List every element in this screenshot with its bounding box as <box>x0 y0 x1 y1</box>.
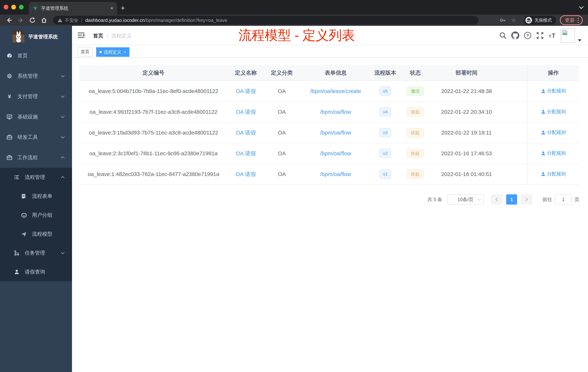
cell-definition-id: oa_leave:3:1fad3d93-7b75-11ec-a3c8-acde4… <box>79 122 228 143</box>
table-row: oa_leave:5:004b710b-7b8a-11ec-8ef0-acde4… <box>79 81 579 101</box>
flow-icon <box>14 250 20 256</box>
browser-menu-icon[interactable] <box>578 18 579 23</box>
definition-name-link[interactable]: OA 请假 <box>236 130 256 136</box>
url-host[interactable]: dashboard.yudao.iocoder.cn <box>85 17 145 23</box>
definition-table: 定义编号 定义名称 定义分类 表单信息 流程版本 状态 部署时间 操作 <box>79 65 579 185</box>
cell-deploy-time: 2022-01-22 20:34:10 <box>432 101 502 122</box>
github-icon[interactable] <box>511 32 519 40</box>
sidebar-item-process-management[interactable]: 流程管理 <box>0 168 72 187</box>
dashboard-icon <box>7 53 12 59</box>
sidebar-item-process-form[interactable]: 流程表单 <box>0 187 72 206</box>
minimize-window-button[interactable] <box>11 5 16 10</box>
chevron-down-icon <box>477 198 481 201</box>
sidebar-item-leave-query[interactable]: 请假查询 <box>0 263 72 281</box>
sidebar-item-process-model[interactable]: 流程模型 <box>0 225 72 243</box>
maximize-window-button[interactable] <box>19 5 24 10</box>
back-icon[interactable] <box>6 17 12 23</box>
tag-current[interactable]: 流程定义× <box>96 47 129 57</box>
definition-name-link[interactable]: OA 请假 <box>236 88 256 94</box>
form-info-link[interactable]: /bpm/oa/leave/create <box>310 88 361 94</box>
help-icon[interactable]: ? <box>524 32 532 40</box>
breadcrumb-home[interactable]: 首页 <box>93 33 103 39</box>
cell-category: OA <box>264 122 300 143</box>
chevron-down-icon <box>61 94 64 98</box>
col-definition-category: 定义分类 <box>264 65 300 81</box>
assign-rule-link[interactable]: 分配规则 <box>541 109 566 115</box>
tag-home[interactable]: 首页 <box>77 47 93 56</box>
breadcrumb-current: 流程定义 <box>111 33 132 39</box>
status-badge: 激活 <box>407 87 424 96</box>
browser-tab[interactable]: 芋道管理系统 × <box>29 2 117 15</box>
sidebar-item-devtools[interactable]: 研发工具 <box>0 127 72 147</box>
security-label[interactable]: 不安全 <box>65 17 78 23</box>
user-icon <box>541 151 546 156</box>
user-avatar[interactable] <box>561 28 575 43</box>
form-info-link[interactable]: /bpm/oa/flow <box>320 171 351 177</box>
sidebar-submenu-workflow: 流程管理 流程表单 用户分组 流程模型 <box>0 168 72 281</box>
col-deploy-time: 部署时间 <box>432 65 502 81</box>
col-process-version: 流程版本 <box>372 65 399 81</box>
font-size-icon[interactable]: TT <box>548 32 556 40</box>
yen-icon: ¥ <box>7 94 12 99</box>
bookmark-star-icon[interactable]: ☆ <box>511 17 516 23</box>
page-size-select[interactable]: 10条/页 <box>447 194 484 205</box>
sidebar-item-infrastructure[interactable]: 基础设施 <box>0 107 72 127</box>
home-icon[interactable] <box>41 17 47 23</box>
form-info-link[interactable]: /bpm/oa/flow <box>320 150 351 156</box>
reload-icon[interactable] <box>29 17 36 23</box>
assign-rule-link[interactable]: 分配规则 <box>541 88 566 94</box>
navbar-actions: ? TT <box>499 26 588 45</box>
version-badge: v3 <box>379 128 391 137</box>
tab-close-icon[interactable]: × <box>110 5 114 11</box>
password-key-icon[interactable] <box>499 17 506 23</box>
cell-category: OA <box>264 81 300 101</box>
sidebar-item-system[interactable]: 系统管理 <box>0 66 72 86</box>
assign-rule-link[interactable]: 分配规则 <box>541 129 566 136</box>
site-favicon <box>32 5 38 11</box>
pagination: 共 5 条 10条/页 1 前往 1 页 <box>428 194 579 205</box>
sidebar-item-workflow[interactable]: 工作流程 <box>0 147 72 168</box>
next-page-button[interactable] <box>521 194 532 205</box>
gear-icon <box>7 73 12 79</box>
sidebar-logo[interactable]: 芋道管理系统 <box>0 26 72 45</box>
toolbox-icon <box>7 155 12 161</box>
form-info-link[interactable]: /bpm/oa/flow <box>320 130 351 136</box>
goto-page-input[interactable]: 1 <box>555 194 572 205</box>
tabstrip-chevron-icon[interactable] <box>579 4 583 9</box>
list-icon <box>14 174 20 180</box>
assign-rule-link[interactable]: 分配规则 <box>541 150 566 156</box>
url-path[interactable]: /bpm/manager/definition?key=oa_leave <box>145 17 227 23</box>
cell-definition-id: oa_leave:2:3c1f0ef1-76b1-11ec-9c66-a2380… <box>79 143 228 164</box>
forward-icon[interactable] <box>17 17 24 23</box>
new-tab-button[interactable]: + <box>121 3 125 13</box>
form-info-link[interactable]: /bpm/oa/flow <box>320 109 351 115</box>
chevron-down-icon <box>61 251 64 254</box>
assign-rule-link[interactable]: 分配规则 <box>541 171 566 177</box>
sidebar-item-home[interactable]: 首页 <box>0 45 72 66</box>
window-controls[interactable] <box>4 5 24 10</box>
app-title: 芋道管理系统 <box>28 33 58 40</box>
prev-page-button[interactable] <box>491 194 503 205</box>
col-definition-id: 定义编号 <box>79 65 228 81</box>
definition-name-link[interactable]: OA 请假 <box>236 150 256 156</box>
sidebar-item-payment[interactable]: ¥ 支付管理 <box>0 86 72 107</box>
svg-text:?: ? <box>526 33 529 38</box>
chevron-down-icon <box>61 114 64 118</box>
fullscreen-icon[interactable] <box>536 32 544 40</box>
monitor-icon <box>7 114 12 120</box>
not-secure-warning-icon[interactable] <box>57 18 63 23</box>
sidebar-item-user-group[interactable]: 用户分组 <box>0 206 72 225</box>
address-bar[interactable]: 不安全 dashboard.yudao.iocoder.cn/bpm/manag… <box>53 16 479 25</box>
browser-update-button[interactable]: 更新 <box>560 15 583 25</box>
tag-close-icon[interactable]: × <box>124 50 126 55</box>
close-window-button[interactable] <box>4 5 8 10</box>
sidebar-item-task-management[interactable]: 任务管理 <box>0 243 72 263</box>
screen: 芋道管理系统 × + 不安全 dashboard.yudao.iocoder.c… <box>0 0 588 372</box>
current-page-button[interactable]: 1 <box>506 194 517 205</box>
search-icon[interactable] <box>499 32 507 40</box>
tags-view-bar: 首页 流程定义× <box>72 45 588 58</box>
definition-name-link[interactable]: OA 请假 <box>236 109 256 115</box>
definition-name-link[interactable]: OA 请假 <box>236 171 256 177</box>
avatar-dropdown-caret[interactable] <box>578 39 581 42</box>
sidebar-collapse-icon[interactable] <box>78 32 84 38</box>
